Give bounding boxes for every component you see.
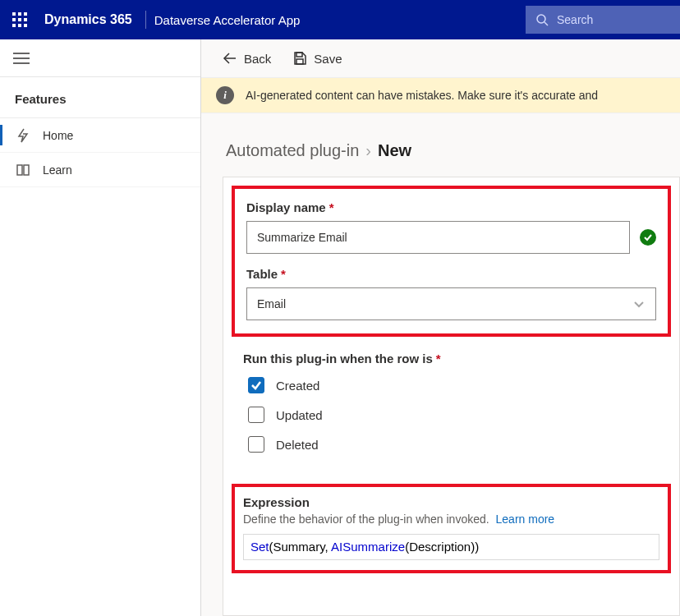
info-icon: i <box>216 86 234 104</box>
svg-rect-16 <box>296 59 303 64</box>
svg-rect-2 <box>24 12 27 16</box>
checkbox-updated[interactable]: Updated <box>248 407 659 423</box>
highlight-box-1: Display name* Table* Email <box>232 186 671 337</box>
back-label: Back <box>244 52 271 66</box>
svg-line-10 <box>544 22 548 25</box>
checkbox-label: Deleted <box>276 438 319 452</box>
sidebar-item-home[interactable]: Home <box>0 118 200 153</box>
chevron-down-icon <box>632 297 646 310</box>
app-header: Dynamics 365 Dataverse Accelerator App S… <box>0 0 680 39</box>
save-button[interactable]: Save <box>292 51 342 66</box>
checkbox-box <box>248 436 264 453</box>
svg-rect-0 <box>12 12 16 16</box>
svg-rect-3 <box>12 18 16 21</box>
svg-point-9 <box>537 15 545 23</box>
sidebar: Features HomeLearn <box>0 39 201 616</box>
expression-title: Expression <box>243 495 659 509</box>
save-icon <box>292 51 307 66</box>
arrow-left-icon <box>223 51 237 66</box>
expression-section: Expression Define the behavior of the pl… <box>232 484 671 573</box>
info-banner: i AI-generated content can have mistakes… <box>201 77 680 113</box>
checkbox-box <box>248 407 264 423</box>
valid-check-icon <box>640 229 656 246</box>
main-area: Back Save i AI-generated content can hav… <box>201 39 680 616</box>
lightning-icon <box>15 127 31 144</box>
learn-more-link[interactable]: Learn more <box>496 513 555 526</box>
brand-label: Dynamics 365 <box>39 12 142 27</box>
svg-rect-6 <box>12 24 16 27</box>
command-bar: Back Save <box>201 39 680 77</box>
search-icon <box>535 13 549 26</box>
checkbox-deleted[interactable]: Deleted <box>248 436 659 453</box>
save-label: Save <box>314 52 342 66</box>
app-launcher-icon[interactable] <box>0 0 39 39</box>
chevron-right-icon: › <box>365 141 371 160</box>
expression-editor[interactable]: Set(Summary, AISummarize(Description)) <box>243 534 659 560</box>
sidebar-item-label: Home <box>43 129 73 142</box>
sidebar-item-learn[interactable]: Learn <box>0 153 200 187</box>
expression-desc: Define the behavior of the plug-in when … <box>243 513 659 526</box>
svg-rect-4 <box>18 18 21 21</box>
book-icon <box>15 162 31 178</box>
checkbox-label: Updated <box>276 408 323 422</box>
svg-rect-7 <box>18 24 21 27</box>
banner-text: AI-generated content can have mistakes. … <box>246 89 598 102</box>
breadcrumb-current: New <box>378 141 411 160</box>
form-card: Display name* Table* Email <box>223 177 680 616</box>
divider <box>145 11 146 29</box>
display-name-label: Display name* <box>246 200 656 214</box>
checkbox-box <box>248 377 264 393</box>
svg-rect-5 <box>24 18 27 21</box>
sidebar-item-label: Learn <box>43 163 72 177</box>
nav-list: HomeLearn <box>0 118 200 187</box>
svg-rect-1 <box>18 12 21 16</box>
svg-rect-8 <box>24 24 27 27</box>
back-button[interactable]: Back <box>223 51 271 66</box>
table-label: Table* <box>246 267 656 281</box>
svg-rect-15 <box>296 53 302 57</box>
checkbox-created[interactable]: Created <box>248 377 659 393</box>
app-name-label: Dataverse Accelerator App <box>154 13 301 27</box>
search-input[interactable]: Search <box>526 6 680 34</box>
sidebar-section-label: Features <box>0 77 200 118</box>
search-placeholder: Search <box>557 13 593 26</box>
run-when-section: Run this plug-in when the row is* Create… <box>223 348 679 479</box>
display-name-input[interactable] <box>246 221 630 254</box>
checkbox-label: Created <box>276 379 319 393</box>
table-dropdown[interactable]: Email <box>246 287 656 320</box>
run-when-label: Run this plug-in when the row is* <box>243 352 659 365</box>
hamburger-button[interactable] <box>0 39 200 77</box>
breadcrumb-parent[interactable]: Automated plug-in <box>226 141 359 160</box>
table-value: Email <box>257 297 286 310</box>
breadcrumb: Automated plug-in › New <box>201 113 680 172</box>
